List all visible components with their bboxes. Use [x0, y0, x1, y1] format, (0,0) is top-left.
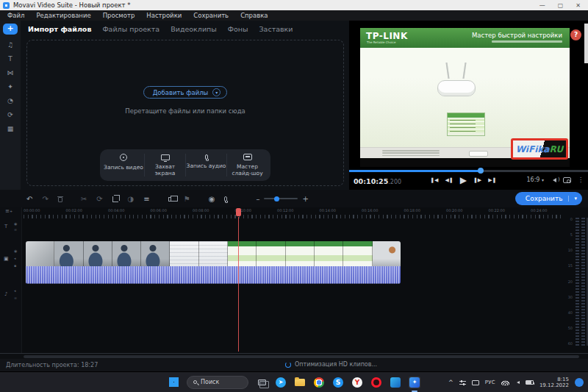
slideshow-wizard-button[interactable]: Мастер слайд-шоу [226, 154, 268, 177]
color-adjust-button[interactable]: ◑ [128, 195, 135, 203]
record-video-button[interactable]: Запись видео [103, 154, 144, 177]
tab-backgrounds[interactable]: Фоны [228, 25, 248, 33]
footer-paragraph-blur [382, 150, 440, 157]
timeline-ruler[interactable]: 00:00:0000:02:00 00:04:0000:06:00 00:08:… [24, 208, 563, 215]
volume-icon[interactable] [551, 178, 556, 182]
system-tray: ^ РУС 8:15 19.12.2022 [448, 372, 584, 392]
chrome-button[interactable] [313, 377, 325, 388]
zoom-slider-handle[interactable] [274, 196, 279, 202]
video-track-sound-icon[interactable]: ◂ [14, 256, 16, 261]
display-tray-icon[interactable] [472, 380, 479, 385]
movavi-taskbar-button[interactable]: ✦ [409, 377, 420, 388]
step-forward-button[interactable]: ❚▶ [473, 177, 481, 183]
close-button[interactable]: ✕ [576, 2, 581, 9]
playhead[interactable] [238, 217, 239, 352]
effects-tool-icon[interactable]: ✦ [7, 83, 13, 90]
record-voice-button[interactable] [224, 196, 227, 202]
cut-button[interactable]: ✂ [81, 195, 87, 203]
menubar: Файл Редактирование Просмотр Настройки С… [0, 10, 588, 21]
skype-button[interactable]: S [332, 377, 344, 388]
browser-app-button[interactable]: ➤ [275, 377, 287, 388]
zoom-slider[interactable] [264, 198, 298, 199]
zoom-in-button[interactable]: + [302, 195, 308, 203]
step-back-button[interactable]: ◀❚ [445, 177, 453, 183]
taskbar-search[interactable]: Поиск [187, 376, 248, 389]
seek-bar[interactable] [349, 170, 588, 172]
import-tool-icon[interactable]: + [3, 24, 18, 35]
tab-import-files[interactable]: Импорт файлов [28, 25, 91, 33]
audio-tool-icon[interactable]: ♫ [7, 41, 13, 49]
language-indicator[interactable]: РУС [485, 379, 495, 385]
menu-edit[interactable]: Редактирование [36, 12, 90, 19]
overlay-button[interactable] [168, 197, 174, 202]
redo-button[interactable]: ↷ [42, 195, 48, 203]
photos-button[interactable] [390, 377, 401, 388]
title-track-eye-icon[interactable]: ◉ [14, 221, 17, 227]
delete-button[interactable] [58, 197, 62, 202]
playhead-handle[interactable] [236, 208, 241, 216]
yandex-browser-button[interactable]: Y [351, 377, 363, 388]
help-button[interactable]: ? [570, 29, 581, 40]
record-audio-button[interactable]: Запись аудио [185, 154, 226, 177]
preview-more-menu[interactable]: ⋮ [578, 177, 584, 183]
file-drop-zone[interactable]: Добавить файлы ▾ Перетащите файлы или па… [26, 40, 344, 186]
task-view-button[interactable] [256, 377, 268, 388]
save-options-caret[interactable]: ▾ [568, 196, 582, 202]
marker-button[interactable]: ⚑ [184, 195, 190, 203]
add-files-button[interactable]: Добавить файлы ▾ [143, 86, 228, 99]
file-explorer-button[interactable] [294, 377, 306, 388]
app-icon [3, 2, 10, 9]
video-track-lock-icon[interactable]: ▪ [14, 263, 16, 268]
video-clip[interactable] [26, 241, 401, 284]
screen-capture-button[interactable]: Захват экрана [144, 154, 185, 177]
hidden-icons-chevron[interactable]: ^ [448, 379, 453, 386]
zoom-out-button[interactable]: – [256, 195, 259, 203]
sound-icon[interactable] [515, 381, 520, 384]
menu-save[interactable]: Сохранить [193, 12, 229, 19]
maximize-button[interactable]: ▢ [558, 2, 564, 9]
seek-handle[interactable] [478, 168, 484, 174]
more-tools-icon[interactable]: ▦ [7, 125, 14, 132]
add-track-button[interactable]: ≡+ [5, 208, 12, 214]
play-button[interactable]: ▶ [460, 175, 467, 185]
aspect-ratio-select[interactable]: 16:9 ▾ [526, 177, 544, 183]
snapshot-icon[interactable] [563, 177, 571, 183]
tab-project-files[interactable]: Файлы проекта [102, 25, 159, 33]
start-button[interactable] [168, 377, 179, 388]
transitions-tool-icon[interactable]: ⋈ [7, 69, 14, 76]
wifi-icon[interactable] [501, 380, 509, 385]
menu-view[interactable]: Просмотр [103, 12, 135, 19]
notification-badge[interactable] [575, 378, 584, 387]
crop-button[interactable] [112, 196, 118, 202]
tab-videoclips[interactable]: Видеоклипы [171, 25, 217, 33]
menu-file[interactable]: Файл [7, 12, 24, 19]
clip-properties-button[interactable]: ≡ [143, 195, 149, 203]
title-track-link-icon[interactable]: ∞ [14, 227, 17, 232]
clock[interactable]: 8:15 19.12.2022 [539, 377, 569, 388]
undo-button[interactable]: ↶ [26, 195, 32, 203]
tab-intros[interactable]: Заставки [259, 25, 293, 33]
timeline-horizontal-scrollbar[interactable] [0, 353, 588, 359]
audio-track-link-icon[interactable]: ∞ [14, 296, 17, 301]
previous-clip-button[interactable]: ❚◀ [430, 177, 438, 183]
video-track-eye-icon[interactable]: ◉ [14, 249, 17, 254]
record-webcam-button[interactable]: ◉ [209, 195, 215, 203]
convert-tool-icon[interactable]: ⟳ [7, 111, 13, 118]
timeline: ≡+ T ◉ ∞ ▣ ◉ ◂ ▪ ♪ ◂ ∞ 00:00:0000:02:00 … [0, 207, 588, 353]
slowmo-tool-icon[interactable]: ◔ [7, 97, 13, 104]
audio-track-sound-icon[interactable]: ◂ [14, 288, 16, 293]
scrollbar-thumb[interactable] [24, 355, 579, 358]
rotate-button[interactable]: ⟳ [96, 195, 102, 203]
opera-button[interactable] [370, 377, 382, 388]
menu-help[interactable]: Справка [240, 12, 268, 19]
add-files-caret-icon[interactable]: ▾ [212, 88, 220, 96]
titles-tool-icon[interactable]: T [8, 55, 12, 63]
battery-icon[interactable] [526, 380, 534, 385]
video-frame[interactable]: TP-LINK The Reliable Choice Мастер быстр… [360, 28, 570, 167]
next-clip-button[interactable]: ▶❚ [488, 177, 496, 183]
minimize-button[interactable]: — [539, 2, 545, 9]
video-header: TP-LINK The Reliable Choice Мастер быстр… [360, 28, 570, 48]
menu-settings[interactable]: Настройки [146, 12, 182, 19]
mixer-tray-icon[interactable] [459, 380, 466, 385]
save-button[interactable]: Сохранить ▾ [515, 192, 582, 205]
